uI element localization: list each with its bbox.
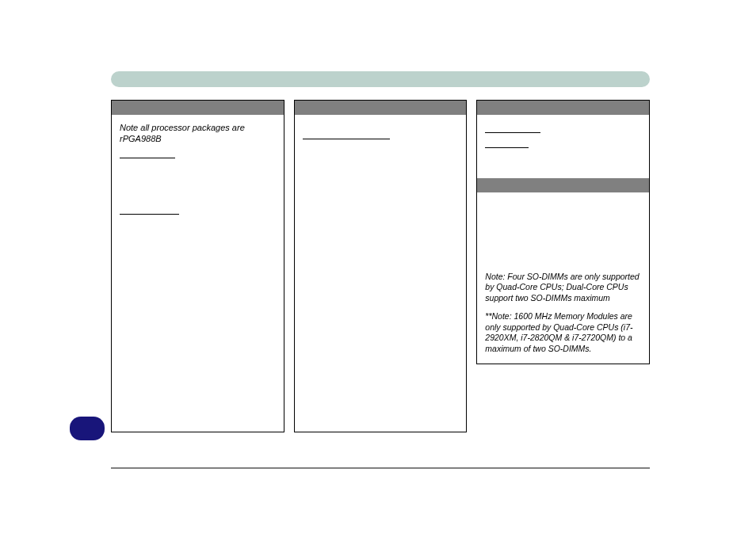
column-2-header — [295, 101, 467, 115]
footer-rule — [111, 467, 650, 469]
column-2 — [294, 100, 468, 432]
column-3: Note: Four SO-DIMMs are only supported b… — [476, 100, 650, 364]
divider-line — [120, 214, 179, 215]
divider-line — [303, 139, 390, 139]
column-3-mid-header — [477, 178, 649, 192]
column-1-header — [112, 101, 284, 115]
title-bar — [111, 71, 650, 87]
memory-freq-note: **Note: 1600 MHz Memory Modules are only… — [485, 311, 641, 354]
column-3-upper — [477, 115, 649, 178]
sodimm-note: Note: Four SO-DIMMs are only supported b… — [485, 272, 641, 303]
column-3-lower: Note: Four SO-DIMMs are only supported b… — [477, 192, 649, 364]
processor-package-note: Note all processor packages are rPGA988B — [120, 123, 276, 145]
divider-line — [485, 147, 529, 148]
column-1: Note all processor packages are rPGA988B — [111, 100, 284, 432]
column-2-body — [295, 115, 467, 432]
column-1-body: Note all processor packages are rPGA988B — [112, 115, 284, 432]
columns-container: Note all processor packages are rPGA988B… — [111, 100, 650, 432]
divider-line — [485, 132, 540, 133]
divider-line — [120, 158, 175, 158]
section-badge — [70, 417, 105, 440]
column-3-header — [477, 101, 649, 115]
document-page: Note all processor packages are rPGA988B… — [0, 0, 756, 533]
